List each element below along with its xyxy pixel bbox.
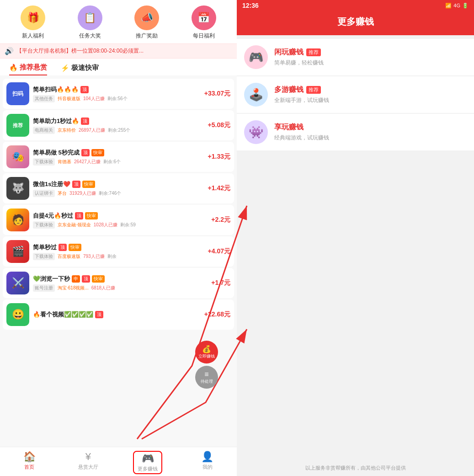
task-title: 🔥看个视频✅✅✅✅: [33, 310, 93, 319]
task-title: 简单秒过: [33, 243, 57, 251]
tag-top: 顶: [82, 275, 90, 283]
task-remain: 剩余: [107, 253, 117, 260]
tab-fast[interactable]: ⚡ 极速快审: [61, 64, 99, 75]
idle-title: 闲玩赚钱: [274, 48, 304, 57]
task-remain: 剩余:255个: [108, 127, 130, 134]
task-title: 微信1s注册❤️: [33, 180, 70, 188]
icon-item-promo[interactable]: 📣 推广奖励: [134, 5, 159, 40]
tab-recommend[interactable]: 🔥 推荐悬赏: [9, 63, 47, 75]
tag-quick: 快审: [82, 181, 95, 188]
hall-icon: ¥: [85, 451, 91, 463]
task-source: 抖音极速版: [58, 96, 80, 102]
nav-mine[interactable]: 👤 我的: [194, 451, 221, 474]
enjoy-desc: 经典端游戏，试玩赚钱: [274, 134, 467, 142]
task-icon: 📋: [78, 5, 102, 30]
task-source: 百度极速版: [58, 253, 80, 260]
task-info: 🔥看个视频✅✅✅✅ 顶: [33, 310, 201, 319]
top-icons-row: 🎁 新人福利 📋 任务大奖 📣 推广奖励 📅 每日福利: [0, 0, 237, 43]
task-cat: 电商相关: [33, 127, 55, 134]
earn-item-idle[interactable]: 🎮 闲玩赚钱 推荐 简单易赚，轻松赚钱: [237, 39, 474, 75]
task-info: 简单助力1秒过🔥 顶 电商相关 京东特价 26897人已赚 剩余:255个: [33, 117, 204, 134]
task-cat: 账号注册: [33, 284, 55, 292]
float-earn-button[interactable]: 💰 立即赚钱: [195, 341, 218, 364]
earn-icon: 🎮: [142, 453, 154, 465]
task-row[interactable]: 🎬 简单秒过 顶 快审 下载体验 百度极速版 793人已赚 剩余 +4.07元: [3, 236, 234, 267]
multi-tag: 推荐: [306, 86, 321, 94]
multi-info: 多游赚钱 推荐 全新端手游，试玩赚钱: [274, 85, 467, 104]
task-remain: 剩余:59: [120, 222, 136, 228]
nav-home[interactable]: 🏠 首页: [16, 451, 43, 474]
task-row[interactable]: 🎭 简单易做 5秒完成 顶 快审 下载体验 肯德基 26427人已赚 剩余:6个…: [3, 142, 234, 172]
task-thumb: 🐺: [6, 177, 29, 200]
task-reward: +1.42元: [208, 184, 230, 193]
announce-bar[interactable]: 🔊 【平台大厅排名机制】榜一位置08:00-24:00必须置...: [0, 43, 237, 59]
float-earn-label: 立即赚钱: [198, 353, 215, 359]
home-icon: 🏠: [23, 451, 36, 463]
task-source: 茅台: [58, 190, 67, 197]
nav-earn-label: 更多赚钱: [138, 465, 158, 472]
idle-desc: 简单易赚，轻松赚钱: [274, 59, 467, 67]
icon-item-gift[interactable]: 🎁 新人福利: [21, 5, 45, 40]
task-stats: 6818人已赚: [91, 285, 115, 291]
tag-top: 顶: [81, 149, 90, 156]
float-pending-button[interactable]: ≡ 待处理: [195, 366, 218, 389]
task-thumb: 🎭: [6, 145, 29, 168]
multi-desc: 全新端手游，试玩赚钱: [274, 96, 467, 104]
float-pending-label: 待处理: [201, 379, 213, 385]
task-row[interactable]: ⚔️ 💚浏览一下秒 申 顶 快审 账号注册 淘宝·618视频... 6818人已…: [3, 268, 234, 298]
task-stats: 793人已赚: [83, 253, 105, 260]
bottom-nav: 🏠 首页 ¥ 悬赏大厅 🎮 更多赚钱 👤 我的: [0, 447, 237, 476]
task-stats: 1028人已赚: [94, 222, 117, 228]
tabs-row: 🔥 推荐悬赏 ⚡ 极速快审: [0, 59, 237, 75]
task-title: 简单扫码🔥🔥🔥: [33, 86, 79, 94]
tag-top: 顶: [95, 311, 103, 318]
enjoy-title: 享玩赚钱: [274, 123, 304, 132]
task-thumb: 😀: [6, 303, 29, 326]
idle-tag: 推荐: [306, 48, 321, 56]
task-cat: 下载体验: [33, 221, 55, 229]
nav-earn[interactable]: 🎮 更多赚钱: [133, 451, 162, 474]
idle-icon: 🎮: [244, 45, 268, 69]
earn-item-multi[interactable]: 🕹️ 多游赚钱 推荐 全新端手游，试玩赚钱: [237, 76, 474, 113]
tag-quick: 快审: [69, 244, 81, 251]
task-row[interactable]: 🐺 微信1s注册❤️ 顶 快审 认证绑卡 茅台 31929人已赚 剩余:746个…: [3, 173, 234, 203]
daily-label: 每日福利: [193, 32, 215, 40]
wifi-icon: 📶: [445, 3, 452, 9]
tag-quick: 快审: [92, 275, 105, 283]
icon-item-daily[interactable]: 📅 每日福利: [192, 5, 216, 40]
tag-top: 顶: [75, 212, 83, 219]
earn-item-enjoy[interactable]: 👾 享玩赚钱 经典端游戏，试玩赚钱: [237, 114, 474, 150]
task-title: 简单易做 5秒完成: [33, 149, 80, 157]
nav-hall[interactable]: ¥ 悬赏大厅: [75, 451, 102, 474]
tag-confirm: 快审: [91, 149, 104, 156]
nav-mine-label: 我的: [202, 464, 213, 471]
task-reward: +4.07元: [208, 247, 230, 256]
mine-icon: 👤: [201, 451, 213, 463]
promo-icon: 📣: [134, 5, 159, 30]
idle-info: 闲玩赚钱 推荐 简单易赚，轻松赚钱: [274, 48, 467, 67]
right-footer: 以上服务非赏帮赚所有，由其他公司平台提供: [237, 460, 474, 476]
tag-top: 顶: [59, 244, 67, 251]
task-reward: +33.07元: [204, 90, 230, 98]
task-cat: 其他任务: [33, 95, 55, 102]
tab-fast-label: 极速快审: [71, 64, 99, 72]
task-info: 💚浏览一下秒 申 顶 快审 账号注册 淘宝·618视频... 6818人已赚: [33, 275, 208, 292]
task-info: 简单秒过 顶 快审 下载体验 百度极速版 793人已赚 剩余: [33, 243, 204, 260]
task-row[interactable]: 🧑 自提4元🔥秒过 顶 快审 下载体验 京东金融·领现金 1028人已赚 剩余:…: [3, 205, 234, 235]
task-row[interactable]: 推荐 简单助力1秒过🔥 顶 电商相关 京东特价 26897人已赚 剩余:255个…: [3, 110, 234, 140]
promo-label: 推广奖励: [136, 32, 158, 40]
task-source: 淘宝·618视频...: [58, 285, 89, 291]
enjoy-icon: 👾: [244, 120, 268, 144]
task-title: 自提4元🔥秒过: [33, 212, 73, 220]
task-row[interactable]: 扫码 简单扫码🔥🔥🔥 顶 其他任务 抖音极速版 104人已赚 剩余:56个 +3…: [3, 79, 234, 109]
task-info: 简单易做 5秒完成 顶 快审 下载体验 肯德基 26427人已赚 剩余:6个: [33, 149, 204, 166]
task-source: 京东金融·领现金: [58, 222, 91, 228]
task-remain: 剩余:746个: [99, 190, 121, 197]
tag-top: 顶: [80, 86, 89, 93]
task-row[interactable]: 😀 🔥看个视频✅✅✅✅ 顶 +22.68元: [3, 300, 234, 330]
task-cat: 下载体验: [33, 253, 55, 260]
tag-top: 顶: [81, 118, 89, 125]
icon-item-task[interactable]: 📋 任务大奖: [78, 5, 102, 40]
task-label: 任务大奖: [79, 32, 101, 40]
tag-top: 顶: [72, 181, 80, 188]
